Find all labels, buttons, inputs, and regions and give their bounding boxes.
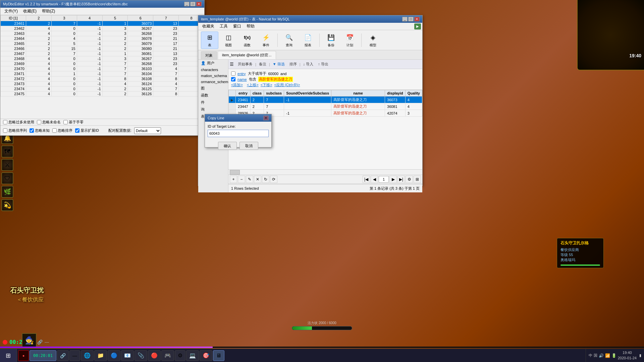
taskbar-start-btn[interactable]: ⊞ bbox=[0, 349, 17, 362]
navicat-refresh-btn[interactable]: ↻ bbox=[262, 176, 269, 183]
copy-dialog-confirm-btn[interactable]: 确认 bbox=[218, 142, 237, 150]
taskbar-app-mail[interactable]: 📧 bbox=[121, 350, 134, 361]
tray-network[interactable]: 📶 bbox=[605, 353, 610, 358]
panel-icon-5[interactable]: 🌿 bbox=[1, 186, 13, 198]
dbc-table-row[interactable]: 2347040-173610340 bbox=[1, 66, 204, 71]
taskbar-app-record[interactable]: ● bbox=[18, 350, 29, 361]
navicat-left-events[interactable]: 件 bbox=[198, 99, 228, 106]
navicat-tool-query[interactable]: 🔍 查询 bbox=[280, 32, 298, 49]
navicat-close-btn[interactable]: ✕ bbox=[414, 17, 420, 21]
dbc-menu-file[interactable]: 文件(Y) bbox=[2, 8, 20, 15]
panel-icon-6[interactable]: 💫 bbox=[1, 199, 13, 211]
dbc-table-row[interactable]: 2346940-1736268237 bbox=[1, 61, 204, 66]
copy-dialog-cancel-btn[interactable]: 取消 bbox=[239, 142, 258, 150]
navicat-tool-backup[interactable]: 💾 备份 bbox=[322, 32, 340, 49]
dbc-table-row[interactable]: 2346525-1236079171 bbox=[1, 41, 204, 46]
taskbar-app-pc[interactable]: 💻 bbox=[186, 350, 199, 361]
navicat-minimize-btn[interactable]: _ bbox=[402, 17, 408, 21]
dbc-cb-extid-input[interactable] bbox=[75, 128, 79, 133]
tray-battery[interactable]: 🔋 bbox=[611, 353, 616, 358]
dbc-cb-unused[interactable]: 忽略过多未使用 bbox=[3, 120, 34, 125]
navicat-page-input[interactable] bbox=[379, 176, 389, 183]
navicat-tool-view[interactable]: ◫ 视图 bbox=[220, 32, 237, 49]
navicat-prev-btn[interactable]: ◀ bbox=[371, 176, 378, 183]
dbc-menu-help[interactable]: 帮助(Z) bbox=[39, 8, 58, 15]
dbc-cb-sort2-input[interactable] bbox=[52, 128, 57, 133]
navicat-entry-checkbox[interactable] bbox=[231, 71, 235, 76]
copy-dialog-input[interactable] bbox=[208, 130, 269, 137]
navicat-filter-btn[interactable]: ▼ 筛选 bbox=[271, 61, 287, 67]
dbc-col-7[interactable]: 7 bbox=[153, 15, 179, 21]
navicat-first-btn[interactable]: |◀ bbox=[363, 176, 370, 183]
navicat-backup-btn[interactable]: 备注 bbox=[257, 61, 268, 67]
dbc-table-row[interactable]: 2347340-143612440 bbox=[1, 81, 204, 86]
navicat-left-performance-schema[interactable]: ormance_schema bbox=[198, 79, 228, 85]
navicat-tool-event[interactable]: ⚡ 事件 bbox=[257, 32, 275, 49]
dbc-table-row[interactable]: 2346424-1236078213 bbox=[1, 36, 204, 41]
taskbar-app-link[interactable]: 🔗 bbox=[57, 350, 69, 361]
dbc-col-id[interactable]: ID [1] bbox=[1, 15, 26, 21]
panel-icon-2[interactable]: 🗺 bbox=[1, 145, 13, 158]
dbc-cb-sort[interactable]: 忽略排序列 bbox=[3, 128, 27, 133]
navicat-tool-report[interactable]: 📄 报表 bbox=[299, 32, 317, 49]
navicat-col-displayid[interactable]: displayid bbox=[385, 90, 406, 97]
dbc-cb-sort2[interactable]: 忽略排序 bbox=[52, 128, 72, 133]
navicat-menu-tools[interactable]: 工具 bbox=[217, 23, 230, 30]
navicat-left-query[interactable]: 询 bbox=[198, 106, 228, 113]
dbc-table-row[interactable]: 2347440-123612570 bbox=[1, 86, 204, 92]
navicat-menu-icon[interactable]: ☰ bbox=[230, 62, 234, 67]
taskbar-app-ie[interactable]: 🌐 bbox=[81, 350, 94, 361]
navicat-hscrollbar[interactable] bbox=[228, 169, 422, 175]
taskbar-app-monitor[interactable]: 🖥 bbox=[213, 350, 224, 361]
taskbar-app-chrome[interactable]: 🔵 bbox=[108, 350, 120, 361]
tray-volume[interactable]: 🔊 bbox=[599, 353, 604, 358]
navicat-filter-apply[interactable]: <应用 (Ctrl+R)> bbox=[274, 82, 300, 87]
navicat-import-btn[interactable]: ↓ 导入 bbox=[301, 61, 316, 67]
dbc-menu-edit[interactable]: 收藏(E) bbox=[20, 8, 39, 15]
dbc-cb-noname-input[interactable] bbox=[37, 120, 41, 124]
dbc-cb-extid[interactable]: 显示扩展ID bbox=[75, 128, 99, 133]
navicat-left-characters[interactable]: characters bbox=[198, 67, 228, 73]
dbc-col-2[interactable]: 2 bbox=[26, 15, 51, 21]
dbc-cb-zero[interactable]: 基于手零 bbox=[63, 120, 84, 125]
dbc-col-6[interactable]: 6 bbox=[128, 15, 153, 21]
dbc-cb-unknown-input[interactable] bbox=[30, 128, 34, 133]
navicat-menu-window[interactable]: 窗口 bbox=[230, 23, 244, 30]
taskbar-app-game[interactable]: 🎮 bbox=[161, 350, 174, 361]
navicat-table-row[interactable]: 2344727高阶督军的迅捷之刀360814 bbox=[229, 103, 422, 110]
dbc-table-row[interactable]: 2347141-173610470 bbox=[1, 71, 204, 76]
navicat-export-btn[interactable]: ↑ 导出 bbox=[316, 61, 330, 67]
navicat-sort-btn[interactable]: 排序 bbox=[287, 61, 299, 67]
navicat-col-name[interactable]: name bbox=[331, 90, 385, 97]
copy-dialog-close-btn[interactable]: ✕ bbox=[263, 116, 269, 120]
navicat-left-view[interactable]: 图 bbox=[198, 85, 228, 92]
navicat-col-quality[interactable]: Quality bbox=[405, 90, 422, 97]
navicat-entry-field[interactable]: entry bbox=[237, 72, 246, 76]
tray-show-desktop[interactable]: ▮ bbox=[639, 353, 641, 358]
dbc-col-3[interactable]: 3 bbox=[51, 15, 77, 21]
navicat-last-btn[interactable]: ▶| bbox=[397, 176, 405, 183]
dbc-table-row[interactable]: 2346840-1336267237 bbox=[1, 56, 204, 61]
navicat-green-btn[interactable]: ▶ bbox=[414, 23, 421, 29]
navicat-tool-model[interactable]: ◈ 模型 bbox=[364, 32, 382, 49]
dbc-col-4[interactable]: 4 bbox=[77, 15, 102, 21]
taskbar-app-red[interactable]: 🔴 bbox=[148, 350, 161, 361]
navicat-col-entry[interactable]: entry bbox=[236, 90, 251, 97]
navicat-tool-schedule[interactable]: 📅 计划 bbox=[341, 32, 359, 49]
dbc-table-row[interactable]: 2347540-123612680 bbox=[1, 92, 204, 97]
taskbar-app-target[interactable]: 🎯 bbox=[200, 350, 212, 361]
navicat-next-btn[interactable]: ▶ bbox=[389, 176, 397, 183]
panel-icon-4[interactable]: 🛡 bbox=[1, 172, 13, 184]
taskbar-app-set[interactable]: ⚙ bbox=[175, 350, 185, 361]
dbc-minimize-btn[interactable]: _ bbox=[184, 2, 190, 6]
taskbar-app-explorer[interactable]: 📁 bbox=[94, 350, 107, 361]
dbc-cb-unused-input[interactable] bbox=[3, 120, 7, 124]
tray-input[interactable]: 国 bbox=[594, 353, 597, 358]
dbc-cb-noname[interactable]: 忽略未命名 bbox=[37, 120, 61, 125]
taskbar-app-clip[interactable]: 📎 bbox=[135, 350, 147, 361]
navicat-tab-item-template[interactable]: item_template @world (仿官... bbox=[218, 51, 276, 59]
navicat-del-row-btn[interactable]: − bbox=[238, 176, 245, 183]
navicat-left-functions[interactable]: 函数 bbox=[198, 92, 228, 99]
navicat-hscroll-thumb[interactable] bbox=[230, 170, 240, 175]
navicat-edit-row-btn[interactable]: ✎ bbox=[246, 176, 253, 183]
